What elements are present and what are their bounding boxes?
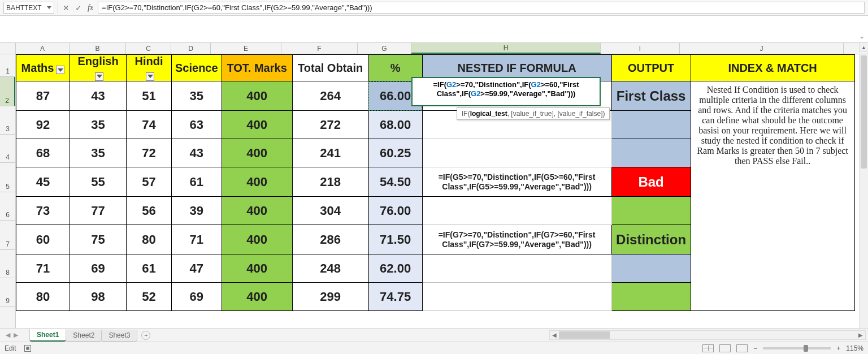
- cell-C7[interactable]: 80: [127, 225, 172, 254]
- hscroll-track[interactable]: [559, 331, 856, 339]
- cell-F2[interactable]: 264: [292, 81, 368, 111]
- cell-C3[interactable]: 74: [127, 111, 172, 139]
- vscroll-thumb[interactable]: [861, 55, 867, 169]
- column-header-C[interactable]: C: [126, 43, 171, 54]
- column-header-H[interactable]: H: [411, 43, 601, 54]
- filter-button-icon[interactable]: [95, 72, 103, 81]
- cell-F7[interactable]: 286: [292, 225, 368, 254]
- cell-A9[interactable]: 80: [16, 283, 70, 311]
- cell-H6[interactable]: [422, 197, 611, 225]
- collapse-formula-icon[interactable]: ⌄: [859, 32, 865, 40]
- cell-E3[interactable]: 400: [222, 111, 292, 139]
- zoom-out-button[interactable]: −: [753, 344, 757, 352]
- row-header-5[interactable]: 5: [0, 163, 15, 192]
- row-header-1[interactable]: 1: [0, 54, 15, 77]
- cell-D9[interactable]: 69: [172, 283, 222, 311]
- zoom-in-button[interactable]: +: [836, 344, 840, 352]
- select-all-corner[interactable]: [0, 43, 16, 54]
- cell-B8[interactable]: 69: [70, 254, 127, 283]
- row-header-8[interactable]: 8: [0, 250, 15, 278]
- view-page-break-icon[interactable]: [736, 344, 748, 352]
- cell-A8[interactable]: 71: [16, 254, 70, 283]
- row-header-9[interactable]: 9: [0, 278, 15, 306]
- cell-G9[interactable]: 74.75: [368, 283, 422, 311]
- cell-I6[interactable]: [611, 197, 691, 225]
- cell-E5[interactable]: 400: [222, 167, 292, 197]
- cell-D8[interactable]: 47: [172, 254, 222, 283]
- cell-D7[interactable]: 71: [172, 225, 222, 254]
- cell-D4[interactable]: 43: [172, 139, 222, 167]
- cell-B3[interactable]: 35: [70, 111, 127, 139]
- cell-F8[interactable]: 248: [292, 254, 368, 283]
- cell-H5[interactable]: =IF(G5>=70,"Distinction",IF(G5>=60,"Firs…: [422, 167, 611, 197]
- cell-B2[interactable]: 43: [70, 81, 127, 111]
- enter-icon[interactable]: ✓: [75, 3, 82, 12]
- header-cell-C[interactable]: Hindi: [127, 55, 172, 81]
- sheet-tab-sheet3[interactable]: Sheet3: [101, 330, 137, 342]
- cell-A6[interactable]: 73: [16, 197, 70, 225]
- zoom-slider-knob[interactable]: [804, 345, 808, 352]
- cell-A7[interactable]: 60: [16, 225, 70, 254]
- header-cell-E[interactable]: TOT. Marks: [222, 55, 292, 81]
- cells-area[interactable]: MathsEnglishHindiScienceTOT. MarksTotal …: [16, 54, 868, 328]
- formula-input[interactable]: =IF(G2>=70,"Distinction",IF(G2>=60,"Firs…: [98, 2, 865, 14]
- cell-D5[interactable]: 61: [172, 167, 222, 197]
- sheet-tab-sheet1[interactable]: Sheet1: [29, 329, 66, 342]
- cell-editor-H2[interactable]: =IF(G2>=70,"Distinction",IF(G2>=60,"Firs…: [411, 77, 601, 106]
- header-cell-I[interactable]: OUTPUT: [611, 55, 691, 81]
- column-header-B[interactable]: B: [70, 43, 126, 54]
- cell-H8[interactable]: [422, 254, 611, 283]
- cell-F9[interactable]: 299: [292, 283, 368, 311]
- cell-E6[interactable]: 400: [222, 197, 292, 225]
- cell-A4[interactable]: 68: [16, 139, 70, 167]
- row-header-3[interactable]: 3: [0, 106, 15, 135]
- header-cell-B[interactable]: English: [70, 55, 127, 81]
- cell-A3[interactable]: 92: [16, 111, 70, 139]
- column-header-E[interactable]: E: [211, 43, 281, 54]
- cell-I3[interactable]: [611, 111, 691, 139]
- hscroll-right[interactable]: ▶: [856, 332, 865, 338]
- cell-I9[interactable]: [611, 283, 691, 311]
- cell-F5[interactable]: 218: [292, 167, 368, 197]
- cell-I4[interactable]: [611, 139, 691, 167]
- cell-B5[interactable]: 55: [70, 167, 127, 197]
- name-box[interactable]: BAHTTEXT: [3, 2, 54, 14]
- row-header-7[interactable]: 7: [0, 221, 15, 250]
- add-sheet-button[interactable]: +: [141, 331, 150, 340]
- fx-icon[interactable]: fx: [88, 3, 93, 12]
- cell-C5[interactable]: 57: [127, 167, 172, 197]
- zoom-slider[interactable]: [763, 347, 831, 349]
- cell-C2[interactable]: 51: [127, 81, 172, 111]
- column-header-D[interactable]: D: [171, 43, 211, 54]
- row-header-2[interactable]: 2: [0, 77, 15, 106]
- view-normal-icon[interactable]: [702, 344, 714, 352]
- cell-E8[interactable]: 400: [222, 254, 292, 283]
- cell-D2[interactable]: 35: [172, 81, 222, 111]
- cell-J2[interactable]: Nested If Condition is used to check mul…: [691, 81, 854, 311]
- sheet-nav[interactable]: ◀▶: [0, 331, 24, 339]
- filter-button-icon[interactable]: [56, 66, 64, 74]
- cell-H9[interactable]: [422, 283, 611, 311]
- cell-E7[interactable]: 400: [222, 225, 292, 254]
- row-header-4[interactable]: 4: [0, 135, 15, 163]
- cell-H7[interactable]: =IF(G7>=70,"Distinction",IF(G7>=60,"Firs…: [422, 225, 611, 254]
- row-header-6[interactable]: 6: [0, 192, 15, 221]
- cell-I5[interactable]: Bad: [611, 167, 691, 197]
- horizontal-scrollbar[interactable]: ◀ ▶: [549, 330, 866, 340]
- column-header-I[interactable]: I: [601, 43, 680, 54]
- cell-F3[interactable]: 272: [292, 111, 368, 139]
- cell-G7[interactable]: 71.50: [368, 225, 422, 254]
- cell-G5[interactable]: 54.50: [368, 167, 422, 197]
- column-header-F[interactable]: F: [281, 43, 358, 54]
- scroll-up-button[interactable]: ▲: [859, 43, 868, 52]
- cell-A2[interactable]: 87: [16, 81, 70, 111]
- cell-C4[interactable]: 72: [127, 139, 172, 167]
- column-header-J[interactable]: J: [680, 43, 844, 54]
- vertical-scrollbar[interactable]: [859, 54, 868, 328]
- cell-D6[interactable]: 39: [172, 197, 222, 225]
- cell-C6[interactable]: 56: [127, 197, 172, 225]
- cell-E9[interactable]: 400: [222, 283, 292, 311]
- view-page-layout-icon[interactable]: [719, 344, 731, 352]
- cell-E4[interactable]: 400: [222, 139, 292, 167]
- cancel-icon[interactable]: ✕: [63, 3, 70, 12]
